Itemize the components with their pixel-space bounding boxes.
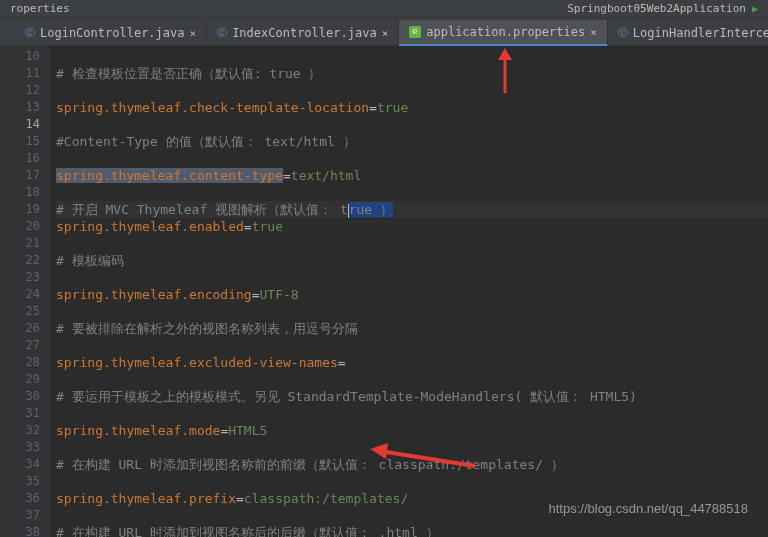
- line-num: 26: [2, 320, 40, 337]
- line-num: 23: [2, 269, 40, 286]
- line-num: 25: [2, 303, 40, 320]
- java-icon: Ⓒ: [618, 26, 628, 40]
- property-key: spring.thymeleaf.enabled: [56, 219, 244, 234]
- java-icon: Ⓒ: [25, 26, 35, 40]
- line-num: 19: [2, 201, 40, 218]
- property-key-selected: spring.thymeleaf.content-type: [56, 168, 283, 183]
- watermark: https://blog.csdn.net/qq_44788518: [549, 500, 749, 517]
- comment: # 检查模板位置是否正确（默认值: true ）: [56, 66, 321, 81]
- line-num: 18: [2, 184, 40, 201]
- line-num: 28: [2, 354, 40, 371]
- property-value: text/html: [291, 168, 361, 183]
- editor-tabs: ⒸLoginController.java× ⒸIndexController.…: [0, 18, 768, 46]
- property-key: spring.thymeleaf.encoding: [56, 287, 252, 302]
- comment: # 在构建 URL 时添加到视图名称前的前缀（默认值： classpath:/t…: [56, 457, 564, 472]
- close-icon[interactable]: ×: [382, 27, 389, 40]
- line-num: 32: [2, 422, 40, 439]
- comment: # 开启 MVC Thymeleaf 视图解析（默认值： t: [56, 202, 348, 217]
- line-num: 17: [2, 167, 40, 184]
- line-num: 29: [2, 371, 40, 388]
- close-icon[interactable]: ×: [190, 27, 197, 40]
- line-num: 33: [2, 439, 40, 456]
- line-num: 12: [2, 82, 40, 99]
- line-num: 24: [2, 286, 40, 303]
- tab-index-controller[interactable]: ⒸIndexController.java×: [207, 21, 399, 45]
- panel-title: roperties: [10, 2, 70, 15]
- annotation-arrow-left: [370, 441, 480, 471]
- line-num: 36: [2, 490, 40, 507]
- comment: # 要被排除在解析之外的视图名称列表，用逗号分隔: [56, 321, 358, 336]
- close-icon[interactable]: ×: [590, 26, 597, 39]
- comment: rue ）: [349, 202, 393, 217]
- line-num: 11: [2, 65, 40, 82]
- tab-application-properties[interactable]: ⛭application.properties×: [399, 20, 608, 46]
- line-num: 16: [2, 150, 40, 167]
- line-num: 10: [2, 48, 40, 65]
- tab-login-handler-interceptor[interactable]: ⒸLoginHandlerInterceptor.java: [608, 21, 768, 45]
- line-num: 22: [2, 252, 40, 269]
- comment: # 模板编码: [56, 253, 124, 268]
- property-key: spring.thymeleaf.prefix: [56, 491, 236, 506]
- comment: #Content-Type 的值（默认值： text/html ）: [56, 134, 356, 149]
- properties-icon: ⛭: [409, 26, 421, 38]
- line-num: 21: [2, 235, 40, 252]
- property-value: UTF-8: [260, 287, 299, 302]
- property-value: HTML5: [228, 423, 267, 438]
- svg-line-2: [380, 451, 475, 466]
- line-num: 37: [2, 507, 40, 524]
- line-num: 30: [2, 388, 40, 405]
- editor-area: 10 11 12 13 14 15 16 17 18 19 20 21 22 2…: [0, 46, 768, 537]
- line-num: 27: [2, 337, 40, 354]
- line-num: 14: [2, 116, 40, 133]
- line-num: 13: [2, 99, 40, 116]
- line-num: 38: [2, 524, 40, 537]
- tab-login-controller[interactable]: ⒸLoginController.java×: [15, 21, 207, 45]
- line-num: 15: [2, 133, 40, 150]
- svg-marker-3: [370, 443, 388, 459]
- comment: # 要运用于模板之上的模板模式。另见 StandardTemplate-Mode…: [56, 389, 637, 404]
- code-editor[interactable]: # 检查模板位置是否正确（默认值: true ） spring.thymelea…: [50, 46, 768, 537]
- line-num: 31: [2, 405, 40, 422]
- property-value: true: [377, 100, 408, 115]
- svg-marker-1: [498, 48, 512, 60]
- comment: # 在构建 URL 时添加到视图名称后的后缀（默认值： .html ）: [56, 525, 439, 537]
- line-number-gutter: 10 11 12 13 14 15 16 17 18 19 20 21 22 2…: [0, 46, 50, 537]
- tab-label: LoginHandlerInterceptor.java: [633, 26, 768, 40]
- tab-label: LoginController.java: [40, 26, 185, 40]
- java-icon: Ⓒ: [217, 26, 227, 40]
- play-icon[interactable]: ▶: [752, 3, 758, 14]
- property-key: spring.thymeleaf.mode: [56, 423, 220, 438]
- property-value: classpath:/templates/: [244, 491, 408, 506]
- run-configuration[interactable]: Springboot05Web2Application: [567, 2, 746, 15]
- property-key: spring.thymeleaf.excluded-view-names: [56, 355, 338, 370]
- property-key: spring.thymeleaf.check-template-location: [56, 100, 369, 115]
- line-num: 20: [2, 218, 40, 235]
- line-num: 35: [2, 473, 40, 490]
- annotation-arrow-up: [490, 48, 520, 98]
- property-value: true: [252, 219, 283, 234]
- line-num: 34: [2, 456, 40, 473]
- tab-label: IndexController.java: [232, 26, 377, 40]
- tab-label: application.properties: [426, 25, 585, 39]
